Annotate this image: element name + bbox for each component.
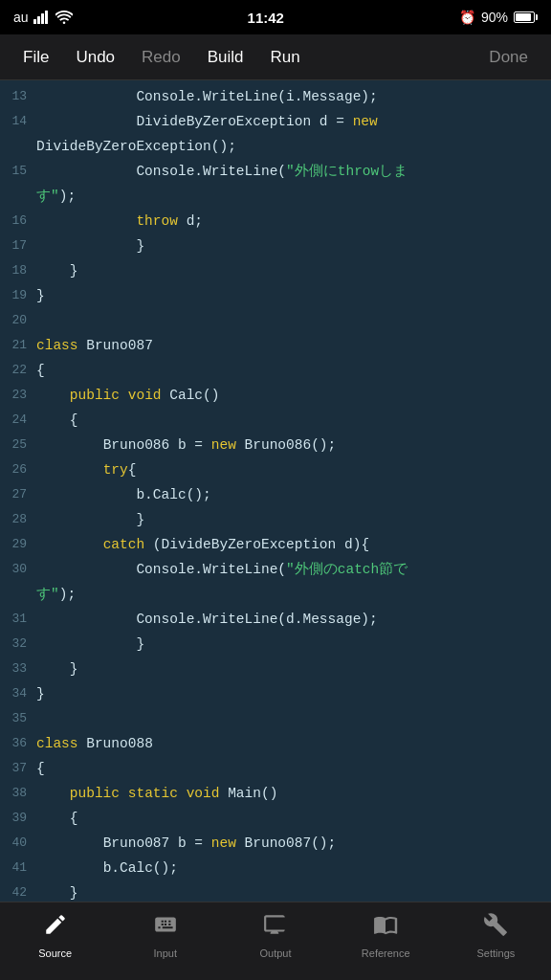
output-icon <box>263 912 288 944</box>
table-row: 40 Bruno087 b = new Bruno087(); <box>0 831 551 856</box>
table-row: 39 { <box>0 806 551 831</box>
table-row: 16 throw d; <box>0 209 551 234</box>
table-row: 41 b.Calc(); <box>0 856 551 880</box>
svg-rect-1 <box>37 16 40 24</box>
reference-label: Reference <box>362 947 410 959</box>
table-row: 22 { <box>0 358 551 383</box>
table-row: 30 Console.WriteLine("外側のcatch節で す"); <box>0 557 551 607</box>
file-button[interactable]: File <box>10 42 62 73</box>
battery-icon <box>514 11 538 23</box>
table-row: 18 } <box>0 258 551 283</box>
table-row: 20 <box>0 308 551 333</box>
tab-bar: Source Input Output Reference <box>0 902 551 980</box>
reference-icon <box>373 912 398 944</box>
tab-source[interactable]: Source <box>0 912 110 959</box>
table-row: 42 } <box>0 880 551 902</box>
table-row: 35 <box>0 706 551 731</box>
code-editor[interactable]: 13 Console.WriteLine(i.Message); 14 Divi… <box>0 80 551 902</box>
table-row: 34 } <box>0 681 551 706</box>
status-right: ⏰ 90% <box>459 10 538 25</box>
status-bar: au 11:42 ⏰ 90% <box>0 0 551 34</box>
status-left: au <box>13 10 73 25</box>
source-label: Source <box>38 947 72 959</box>
battery-percent: 90% <box>481 10 508 25</box>
table-row: 38 public static void Main() <box>0 781 551 806</box>
table-row: 17 } <box>0 234 551 258</box>
output-label: Output <box>259 947 291 959</box>
svg-rect-2 <box>41 13 44 24</box>
table-row: 24 { <box>0 408 551 433</box>
table-row: 13 Console.WriteLine(i.Message); <box>0 84 551 109</box>
table-row: 31 Console.WriteLine(d.Message); <box>0 607 551 632</box>
table-row: 32 } <box>0 632 551 657</box>
settings-icon <box>483 912 508 944</box>
alarm-icon: ⏰ <box>459 10 475 25</box>
svg-rect-3 <box>45 11 48 24</box>
wifi-icon <box>55 11 73 24</box>
carrier-label: au <box>13 10 29 25</box>
table-row: 19 } <box>0 283 551 308</box>
table-row: 37 { <box>0 756 551 781</box>
input-icon <box>153 912 178 944</box>
redo-button[interactable]: Redo <box>128 42 194 73</box>
tab-output[interactable]: Output <box>220 912 330 959</box>
table-row: 27 b.Calc(); <box>0 482 551 507</box>
input-label: Input <box>154 947 177 959</box>
table-row: 28 } <box>0 507 551 532</box>
toolbar: File Undo Redo Build Run Done <box>0 34 551 80</box>
table-row: 15 Console.WriteLine("外側にthrowしま す"); <box>0 159 551 209</box>
table-row: 36 class Bruno088 <box>0 731 551 756</box>
build-button[interactable]: Build <box>194 42 257 73</box>
table-row: 29 catch (DivideByZeroException d){ <box>0 532 551 557</box>
undo-button[interactable]: Undo <box>62 42 128 73</box>
table-row: 21 class Bruno087 <box>0 333 551 358</box>
run-button[interactable]: Run <box>257 42 314 73</box>
table-row: 25 Bruno086 b = new Bruno086(); <box>0 433 551 457</box>
done-button[interactable]: Done <box>475 42 541 73</box>
source-icon <box>43 912 68 944</box>
table-row: 33 } <box>0 657 551 681</box>
table-row: 23 public void Calc() <box>0 383 551 408</box>
signal-icon <box>33 11 51 24</box>
tab-settings[interactable]: Settings <box>441 912 551 959</box>
settings-label: Settings <box>477 947 516 959</box>
table-row: 26 try{ <box>0 457 551 482</box>
table-row: 14 DivideByZeroException d = new DivideB… <box>0 109 551 159</box>
svg-rect-0 <box>33 19 36 24</box>
clock: 11:42 <box>248 10 284 26</box>
tab-input[interactable]: Input <box>110 912 220 959</box>
tab-reference[interactable]: Reference <box>331 912 441 959</box>
